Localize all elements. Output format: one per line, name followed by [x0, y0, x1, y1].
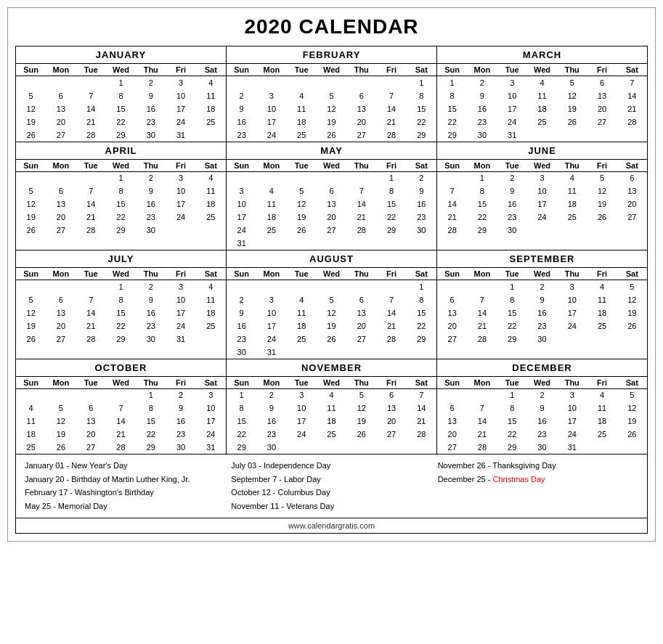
- calendar-day: 20: [346, 319, 376, 333]
- calendar-day: 18: [587, 415, 617, 428]
- day-header: Sat: [617, 377, 647, 389]
- calendar-day: 24: [166, 211, 195, 224]
- calendar-day: 5: [587, 171, 617, 184]
- day-header: Sat: [617, 64, 647, 76]
- calendar-day: 11: [587, 293, 617, 306]
- calendar-day: 4: [527, 76, 557, 89]
- calendar-day: 20: [346, 115, 376, 129]
- calendar-day: 22: [467, 211, 497, 224]
- calendar-day: 5: [16, 293, 46, 306]
- calendar-day: [287, 280, 317, 293]
- day-header: Fri: [166, 268, 195, 280]
- day-header: Sun: [227, 160, 256, 172]
- calendar-day: 15: [106, 102, 136, 115]
- calendar-day: 13: [437, 306, 467, 319]
- holiday-item: May 25 - Memorial Day: [25, 500, 225, 513]
- calendar-day: 24: [497, 115, 527, 129]
- day-header: Wed: [317, 64, 346, 76]
- calendar-day: 19: [287, 211, 317, 224]
- day-header: Wed: [527, 64, 557, 76]
- calendar-day: 14: [76, 306, 106, 319]
- calendar-day: 15: [437, 102, 467, 115]
- day-header: Mon: [46, 160, 76, 172]
- day-header: Thu: [136, 268, 166, 280]
- calendar-day: 8: [227, 402, 256, 415]
- calendar-day: 19: [16, 115, 46, 129]
- calendar-day: 14: [467, 415, 497, 428]
- calendar-day: 22: [407, 319, 436, 333]
- calendar-day: 29: [106, 129, 136, 142]
- day-header: Fri: [376, 160, 406, 172]
- calendar-day: 21: [76, 319, 106, 333]
- calendar-day: 16: [227, 115, 256, 129]
- calendar-day: 8: [497, 402, 527, 415]
- calendar-day: 2: [136, 76, 166, 89]
- calendar-day: 26: [46, 441, 76, 454]
- calendar-day: [376, 280, 406, 293]
- calendar-day: [617, 224, 647, 237]
- page-title: 2020 CALENDAR: [15, 15, 648, 38]
- calendar-day: 27: [76, 441, 106, 454]
- calendar-day: 25: [287, 129, 317, 142]
- calendar-day: 14: [617, 89, 647, 102]
- calendar-day: 9: [166, 402, 195, 415]
- month-block-january: JANUARYSunMonTueWedThuFriSat123456789101…: [16, 46, 227, 142]
- calendar-day: 17: [256, 319, 286, 333]
- calendar-day: 11: [287, 102, 317, 115]
- calendar-day: 4: [317, 388, 346, 402]
- calendar-day: 30: [136, 333, 166, 346]
- day-header: Thu: [346, 160, 376, 172]
- month-title: MARCH: [437, 46, 647, 64]
- month-table: SunMonTueWedThuFriSat1234567891011121314…: [16, 64, 226, 142]
- calendar-day: 27: [437, 333, 467, 346]
- calendar-day: [256, 280, 286, 293]
- month-title: JUNE: [437, 142, 647, 160]
- day-header: Thu: [346, 64, 376, 76]
- month-title: OCTOBER: [16, 359, 226, 377]
- calendar-day: 8: [106, 293, 136, 306]
- day-header: Tue: [497, 268, 527, 280]
- holiday-item: November 11 - Veterans Day: [231, 500, 431, 513]
- calendar-day: 3: [227, 184, 256, 197]
- calendar-day: 19: [617, 306, 647, 319]
- day-header: Sun: [437, 377, 467, 389]
- calendar-day: [287, 76, 317, 89]
- calendar-day: 16: [136, 197, 166, 211]
- calendar-day: 24: [166, 319, 195, 333]
- calendar-day: [46, 171, 76, 184]
- calendar-day: [227, 76, 256, 89]
- calendar-day: 25: [527, 115, 557, 129]
- calendar-day: [317, 237, 346, 250]
- calendar-day: 20: [617, 197, 647, 211]
- calendar-day: 21: [376, 115, 406, 129]
- calendar-day: 12: [16, 197, 46, 211]
- calendar-day: 7: [376, 89, 406, 102]
- calendar-day: 12: [587, 184, 617, 197]
- calendar-day: 9: [527, 402, 557, 415]
- calendar-day: 25: [256, 224, 286, 237]
- calendar-day: 5: [16, 89, 46, 102]
- calendar-day: 26: [617, 428, 647, 441]
- calendar-day: 23: [227, 129, 256, 142]
- calendar-day: 2: [227, 293, 256, 306]
- calendar-day: 28: [407, 428, 436, 441]
- day-header: Wed: [527, 377, 557, 389]
- calendar-day: [527, 129, 557, 142]
- calendar-day: 13: [587, 89, 617, 102]
- calendar-day: 30: [527, 333, 557, 346]
- calendar-day: 12: [617, 402, 647, 415]
- day-header: Tue: [287, 160, 317, 172]
- calendar-day: 24: [256, 333, 286, 346]
- day-header: Sun: [437, 64, 467, 76]
- calendar-day: 16: [497, 197, 527, 211]
- calendar-day: [256, 171, 286, 184]
- calendar-day: 6: [587, 76, 617, 89]
- calendar-day: 1: [407, 280, 436, 293]
- calendar-day: 21: [467, 319, 497, 333]
- calendar-day: [46, 280, 76, 293]
- calendar-day: 28: [76, 129, 106, 142]
- calendar-day: 6: [317, 184, 346, 197]
- day-header: Wed: [106, 64, 136, 76]
- calendar-day: 7: [76, 89, 106, 102]
- calendar-day: 28: [467, 333, 497, 346]
